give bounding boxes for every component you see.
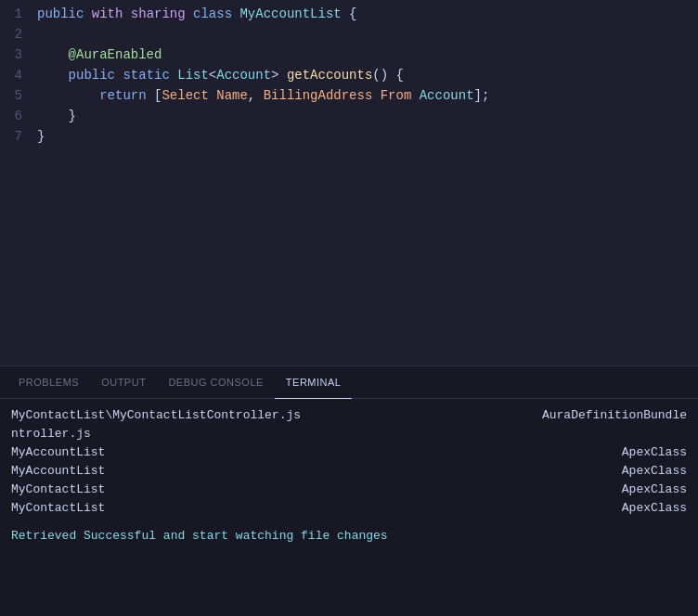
code-line: 5 return [Select Name, BillingAddress Fr… xyxy=(0,85,698,106)
line-number: 7 xyxy=(0,126,37,147)
line-number: 4 xyxy=(0,65,37,85)
panel-tab-terminal[interactable]: TERMINAL xyxy=(275,366,353,399)
line-content: public static List<Account> getAccounts(… xyxy=(37,65,404,85)
line-content: @AuraEnabled xyxy=(37,45,162,65)
line-number: 5 xyxy=(0,85,37,106)
bottom-panel: PROBLEMSOUTPUTDEBUG CONSOLETERMINAL MyCo… xyxy=(0,366,698,616)
terminal-row: MyContactListApexClass xyxy=(11,499,687,518)
code-line: 7} xyxy=(0,126,698,147)
code-line: 1public with sharing class MyAccountList… xyxy=(0,4,698,24)
code-lines: 1public with sharing class MyAccountList… xyxy=(0,0,698,366)
terminal-row-right: ApexClass xyxy=(622,481,687,499)
terminal-row: MyAccountListApexClass xyxy=(11,443,687,462)
line-number: 1 xyxy=(0,4,37,24)
terminal-success-message: Retrieved Successful and start watching … xyxy=(11,527,687,545)
terminal-row: MyAccountListApexClass xyxy=(11,462,687,481)
line-number: 6 xyxy=(0,106,37,126)
code-editor: 1public with sharing class MyAccountList… xyxy=(0,0,698,366)
terminal-row-right: ApexClass xyxy=(622,443,687,462)
terminal-row-left: MyContactList\MyContactListController.js xyxy=(11,406,524,425)
code-line: 6 } xyxy=(0,106,698,126)
terminal-row: MyContactList\MyContactListController.js… xyxy=(11,406,687,425)
terminal-row-right: AuraDefinitionBundle xyxy=(542,406,687,425)
terminal-row-left: MyAccountList xyxy=(11,462,603,481)
line-number: 2 xyxy=(0,24,37,45)
terminal-row-right: ApexClass xyxy=(622,499,687,518)
line-content: return [Select Name, BillingAddress From… xyxy=(37,85,489,106)
line-content: } xyxy=(37,106,76,126)
terminal-row-left: MyContactList xyxy=(11,499,603,518)
panel-tabs[interactable]: PROBLEMSOUTPUTDEBUG CONSOLETERMINAL xyxy=(0,366,698,399)
panel-tab-problems[interactable]: PROBLEMS xyxy=(7,366,90,399)
panel-tab-output[interactable]: OUTPUT xyxy=(90,366,157,399)
line-content: public with sharing class MyAccountList … xyxy=(37,4,357,24)
terminal-row-left: MyContactList xyxy=(11,481,603,499)
terminal-row-left: MyAccountList xyxy=(11,443,603,462)
terminal-row-right: ApexClass xyxy=(622,462,687,481)
line-number: 3 xyxy=(0,45,37,65)
terminal-row: MyContactListApexClass xyxy=(11,481,687,499)
terminal-content[interactable]: MyContactList\MyContactListController.js… xyxy=(0,399,698,616)
panel-tab-debug-console[interactable]: DEBUG CONSOLE xyxy=(157,366,274,399)
terminal-row: ntroller.js xyxy=(11,425,687,443)
code-line: 2 xyxy=(0,24,698,45)
code-line: 4 public static List<Account> getAccount… xyxy=(0,65,698,85)
line-content: } xyxy=(37,126,45,147)
terminal-row-left: ntroller.js xyxy=(11,425,668,443)
code-line: 3 @AuraEnabled xyxy=(0,45,698,65)
